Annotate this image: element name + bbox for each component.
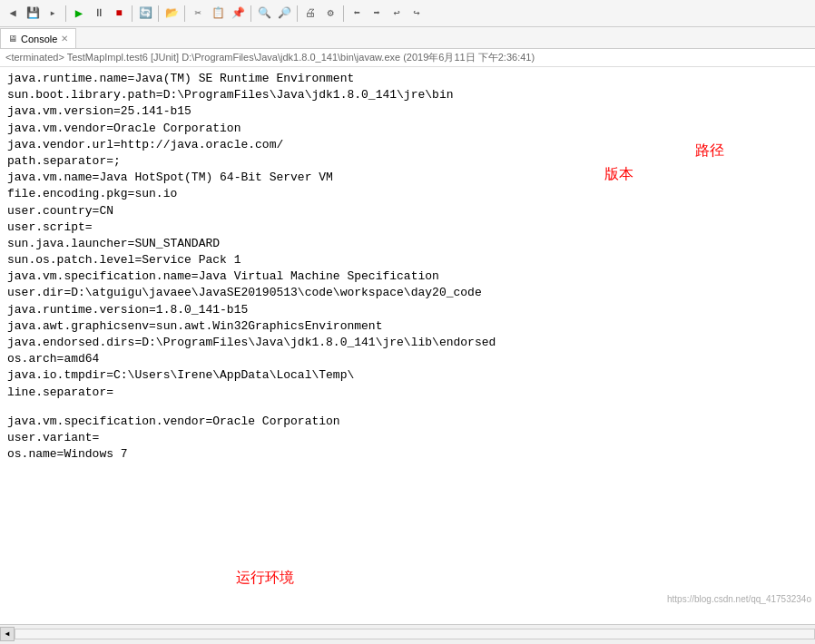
main-toolbar: ◀ 💾 ▸ ▶ ⏸ ■ 🔄 📂 ✂ 📋 📌 🔍 🔎 🖨 ⚙ ⬅ ➡ ↩ ↪ [0, 0, 815, 27]
console-line: sun.java.launcher=SUN_STANDARD [7, 236, 808, 252]
console-line: java.vm.specification.name=Java Virtual … [7, 268, 808, 285]
save-icon[interactable]: 💾 [24, 5, 42, 23]
annotation-runtime: 运行环境 [236, 569, 294, 588]
nav-forward-icon[interactable]: ➡ [368, 5, 386, 23]
scissors-icon[interactable]: ✂ [189, 5, 207, 23]
console-line: java.vendor.url=http://java.oracle.com/ [7, 137, 808, 153]
nav-back2-icon[interactable]: ↩ [388, 5, 406, 23]
console-line: java.vm.version=25.141-b15 [7, 103, 808, 120]
console-tab-close[interactable]: ✕ [61, 34, 68, 44]
separator-7 [343, 5, 344, 22]
separator-6 [297, 5, 298, 22]
console-tab[interactable]: 🖥 Console ✕ [0, 28, 76, 48]
console-line: os.arch=amd64 [7, 351, 808, 367]
console-line: sun.boot.library.path=D:\ProgramFiles\Ja… [7, 87, 808, 103]
console-line: user.variant= [7, 430, 808, 446]
console-line: java.awt.graphicsenv=sun.awt.Win32Graphi… [7, 318, 808, 335]
console-line: os.name=Windows 7 [7, 446, 808, 463]
console-area[interactable]: java.runtime.name=Java(TM) SE Runtime En… [0, 67, 815, 624]
separator-3 [158, 5, 159, 22]
search-icon[interactable]: 🔍 [255, 5, 273, 23]
search2-icon[interactable]: 🔎 [275, 5, 293, 23]
console-line: java.vm.name=Java HotSpot(TM) 64-Bit Ser… [7, 170, 808, 186]
pause-icon[interactable]: ⏸ [90, 5, 108, 23]
run-icon[interactable]: ▶ [70, 5, 88, 23]
nav-forward2-icon[interactable]: ↪ [408, 5, 426, 23]
status-bar: <terminated> TestMapImpl.test6 [JUnit] D… [0, 49, 815, 67]
watermark: https://blog.csdn.net/qq_41753234o [667, 594, 811, 604]
print-icon[interactable]: 🖨 [301, 5, 319, 23]
annotation-path: 路径 [695, 141, 724, 161]
separator-1 [65, 5, 66, 22]
console-tab-label: Console [21, 34, 57, 44]
console-line: user.script= [7, 220, 808, 236]
separator-5 [250, 5, 251, 22]
open-icon[interactable]: 📂 [162, 5, 181, 23]
console-line: java.runtime.version=1.8.0_141-b15 [7, 302, 808, 318]
paste-icon[interactable]: 📌 [229, 5, 247, 23]
scroll-track[interactable] [15, 629, 815, 639]
scroll-left-button[interactable]: ◀ [0, 627, 15, 641]
console-tab-icon: 🖥 [8, 34, 17, 44]
status-text: <terminated> TestMapImpl.test6 [JUnit] D… [5, 52, 535, 63]
properties-icon[interactable]: ⚙ [321, 5, 339, 23]
console-line: line.separator= [7, 385, 808, 401]
console-line: sun.os.patch.level=Service Pack 1 [7, 252, 808, 268]
console-line: java.endorsed.dirs=D:\ProgramFiles\Java\… [7, 335, 808, 351]
annotation-version: 版本 [604, 165, 633, 184]
console-line: java.vm.specification.vendor=Oracle Corp… [7, 414, 808, 430]
separator-2 [132, 5, 133, 22]
toolbar-icon-1[interactable]: ▸ [44, 5, 62, 23]
console-line: path.separator=; [7, 153, 808, 170]
console-line: java.runtime.name=Java(TM) SE Runtime En… [7, 71, 808, 87]
refresh-icon[interactable]: 🔄 [136, 5, 154, 23]
console-line [7, 401, 808, 414]
stop-icon[interactable]: ■ [110, 5, 128, 23]
console-line: java.io.tmpdir=C:\Users\Irene\AppData\Lo… [7, 367, 808, 384]
console-line: user.dir=D:\atguigu\javaee\JavaSE2019051… [7, 285, 808, 301]
back-icon[interactable]: ◀ [4, 5, 22, 23]
console-line: java.vm.vendor=Oracle Corporation [7, 121, 808, 137]
tab-bar: 🖥 Console ✕ [0, 27, 815, 49]
separator-4 [184, 5, 185, 22]
console-wrapper: java.runtime.name=Java(TM) SE Runtime En… [0, 67, 815, 624]
nav-back-icon[interactable]: ⬅ [348, 5, 366, 23]
console-line: user.country=CN [7, 203, 808, 220]
copy-icon[interactable]: 📋 [209, 5, 227, 23]
console-line: file.encoding.pkg=sun.io [7, 186, 808, 202]
horizontal-scrollbar[interactable]: ◀ [0, 624, 815, 642]
